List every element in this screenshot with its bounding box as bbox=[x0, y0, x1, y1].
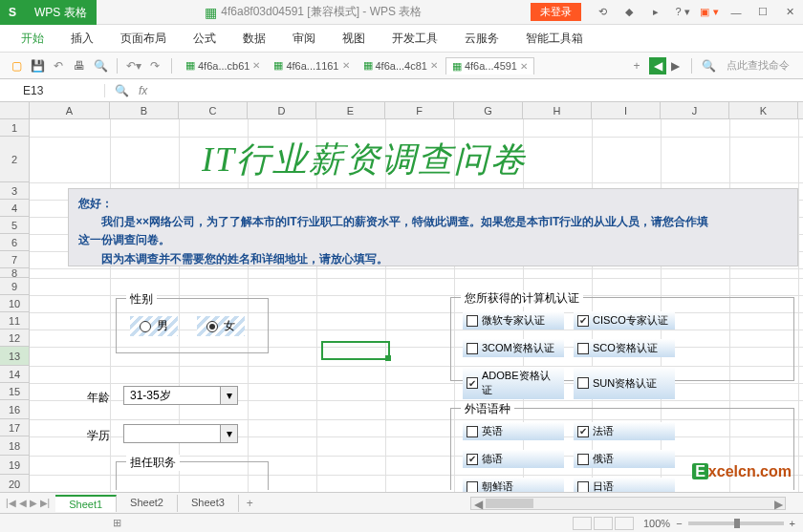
fx-icon[interactable]: fx bbox=[139, 84, 147, 97]
save-icon[interactable]: 💾 bbox=[29, 57, 46, 74]
spreadsheet-grid[interactable]: IT行业薪资调查问卷 您好： 我们是××网络公司，为了了解本市的IT行业职工的薪… bbox=[30, 119, 803, 492]
min-toolbar-icon[interactable]: ▣ ▾ bbox=[696, 0, 723, 25]
reading-view-button[interactable] bbox=[615, 517, 634, 530]
maximize-button[interactable]: ☐ bbox=[749, 0, 776, 25]
normal-view-button[interactable] bbox=[573, 517, 592, 530]
undo-icon[interactable]: ↶ bbox=[50, 57, 67, 74]
row-header-17[interactable]: 17 bbox=[0, 419, 29, 436]
feedback-icon[interactable]: ▸ bbox=[642, 0, 669, 25]
row-header-16[interactable]: 16 bbox=[0, 400, 29, 419]
row-header-1[interactable]: 1 bbox=[0, 119, 29, 137]
zoom-in-button[interactable]: + bbox=[790, 518, 795, 529]
search-fx-icon[interactable]: 🔍 bbox=[115, 84, 129, 97]
lang-checkbox[interactable]: ✔法语 bbox=[574, 422, 675, 440]
search-icon[interactable]: 🔍 bbox=[700, 57, 717, 74]
col-header-J[interactable]: J bbox=[661, 102, 729, 118]
zoom-slider[interactable] bbox=[688, 521, 784, 525]
menu-审阅[interactable]: 审阅 bbox=[279, 27, 329, 51]
add-sheet-button[interactable]: + bbox=[239, 497, 261, 510]
prev-sheet-button[interactable]: ◀ bbox=[19, 498, 27, 508]
lang-checkbox[interactable]: 朝鲜语 bbox=[463, 478, 564, 492]
tab-prev-button[interactable]: ◀ bbox=[649, 57, 666, 74]
lang-checkbox[interactable]: 英语 bbox=[463, 422, 564, 440]
age-combobox[interactable]: 31-35岁 ▾ bbox=[123, 386, 238, 405]
chevron-down-icon[interactable]: ▾ bbox=[220, 387, 237, 404]
minimize-button[interactable]: — bbox=[723, 0, 749, 25]
edu-combobox[interactable]: ▾ bbox=[123, 424, 238, 443]
row-header-18[interactable]: 18 bbox=[0, 436, 29, 456]
col-header-D[interactable]: D bbox=[248, 102, 316, 118]
col-header-I[interactable]: I bbox=[592, 102, 661, 118]
menu-开始[interactable]: 开始 bbox=[8, 27, 57, 51]
close-tab-icon[interactable]: ✕ bbox=[342, 60, 350, 71]
close-tab-icon[interactable]: ✕ bbox=[252, 60, 260, 71]
row-header-6[interactable]: 6 bbox=[0, 234, 29, 251]
close-button[interactable]: ✕ bbox=[776, 0, 803, 25]
new-icon[interactable]: ▢ bbox=[8, 57, 25, 74]
col-header-F[interactable]: F bbox=[385, 102, 454, 118]
col-header-G[interactable]: G bbox=[454, 102, 523, 118]
tab-next-button[interactable]: ▶ bbox=[666, 57, 684, 74]
login-button[interactable]: 未登录 bbox=[531, 3, 581, 21]
row-header-15[interactable]: 15 bbox=[0, 383, 29, 400]
menu-云服务[interactable]: 云服务 bbox=[451, 27, 512, 51]
select-all-cell[interactable] bbox=[0, 102, 30, 118]
file-tab[interactable]: ▦4f6a...4591✕ bbox=[445, 57, 534, 74]
lang-checkbox[interactable]: 俄语 bbox=[574, 450, 675, 468]
sync-icon[interactable]: ⟲ bbox=[589, 0, 616, 25]
menu-数据[interactable]: 数据 bbox=[229, 27, 279, 51]
page-view-button[interactable] bbox=[594, 517, 613, 530]
file-tab[interactable]: ▦4f6a...4c81✕ bbox=[358, 57, 444, 74]
row-header-8[interactable]: 8 bbox=[0, 268, 29, 278]
row-header-9[interactable]: 9 bbox=[0, 278, 29, 295]
menu-视图[interactable]: 视图 bbox=[329, 27, 379, 51]
print-icon[interactable]: 🖶 bbox=[71, 57, 88, 74]
gender-radio-女[interactable]: 女 bbox=[197, 316, 245, 336]
chevron-down-icon[interactable]: ▾ bbox=[220, 425, 237, 442]
menu-页面布局[interactable]: 页面布局 bbox=[107, 27, 180, 51]
help-icon[interactable]: ? ▾ bbox=[669, 0, 696, 25]
cert-checkbox[interactable]: 3COM资格认证 bbox=[463, 339, 564, 357]
cert-checkbox[interactable]: ✔ADOBE资格认证 bbox=[463, 367, 564, 399]
sheet-tab-Sheet3[interactable]: Sheet3 bbox=[178, 495, 239, 512]
lang-checkbox[interactable]: 日语 bbox=[574, 478, 675, 492]
input-mode-icon[interactable]: ⊞ bbox=[113, 517, 121, 529]
menu-公式[interactable]: 公式 bbox=[180, 27, 229, 51]
file-tab[interactable]: ▦4f6a...cb61✕ bbox=[180, 57, 266, 74]
sheet-tab-Sheet2[interactable]: Sheet2 bbox=[117, 495, 178, 512]
row-header-20[interactable]: 20 bbox=[0, 475, 29, 492]
col-header-B[interactable]: B bbox=[110, 102, 179, 118]
cert-checkbox[interactable]: 微软专家认证 bbox=[463, 311, 564, 330]
skin-icon[interactable]: ◆ bbox=[616, 0, 642, 25]
row-header-19[interactable]: 19 bbox=[0, 456, 29, 475]
row-header-3[interactable]: 3 bbox=[0, 182, 29, 200]
row-header-5[interactable]: 5 bbox=[0, 217, 29, 234]
redo-icon[interactable]: ↷ bbox=[146, 57, 163, 74]
name-box[interactable]: E13 bbox=[0, 84, 105, 97]
col-header-E[interactable]: E bbox=[316, 102, 385, 118]
row-header-2[interactable]: 2 bbox=[0, 137, 29, 182]
next-sheet-button[interactable]: ▶ bbox=[30, 498, 37, 508]
row-header-14[interactable]: 14 bbox=[0, 366, 29, 383]
zoom-out-button[interactable]: − bbox=[676, 518, 682, 529]
last-sheet-button[interactable]: ▶| bbox=[40, 498, 51, 508]
row-header-11[interactable]: 11 bbox=[0, 312, 29, 330]
add-tab-button[interactable]: + bbox=[628, 57, 645, 74]
cert-checkbox[interactable]: ✔CISCO专家认证 bbox=[574, 311, 675, 330]
undo2-icon[interactable]: ↶▾ bbox=[125, 57, 142, 74]
row-header-10[interactable]: 10 bbox=[0, 295, 29, 312]
cert-checkbox[interactable]: SUN资格认证 bbox=[574, 367, 675, 399]
menu-开发工具[interactable]: 开发工具 bbox=[379, 27, 451, 51]
preview-icon[interactable]: 🔍 bbox=[92, 57, 109, 74]
scrollbar-thumb[interactable] bbox=[486, 499, 533, 508]
sheet-tab-Sheet1[interactable]: Sheet1 bbox=[55, 495, 117, 512]
col-header-C[interactable]: C bbox=[179, 102, 248, 118]
col-header-H[interactable]: H bbox=[523, 102, 592, 118]
zoom-control[interactable]: 100% − + bbox=[643, 518, 795, 529]
first-sheet-button[interactable]: |◀ bbox=[6, 498, 16, 508]
row-header-4[interactable]: 4 bbox=[0, 200, 29, 217]
col-header-A[interactable]: A bbox=[30, 102, 110, 118]
file-tab[interactable]: ▦4f6a...1161✕ bbox=[268, 57, 355, 74]
row-header-13[interactable]: 13 bbox=[0, 347, 29, 366]
row-header-7[interactable]: 7 bbox=[0, 251, 29, 268]
